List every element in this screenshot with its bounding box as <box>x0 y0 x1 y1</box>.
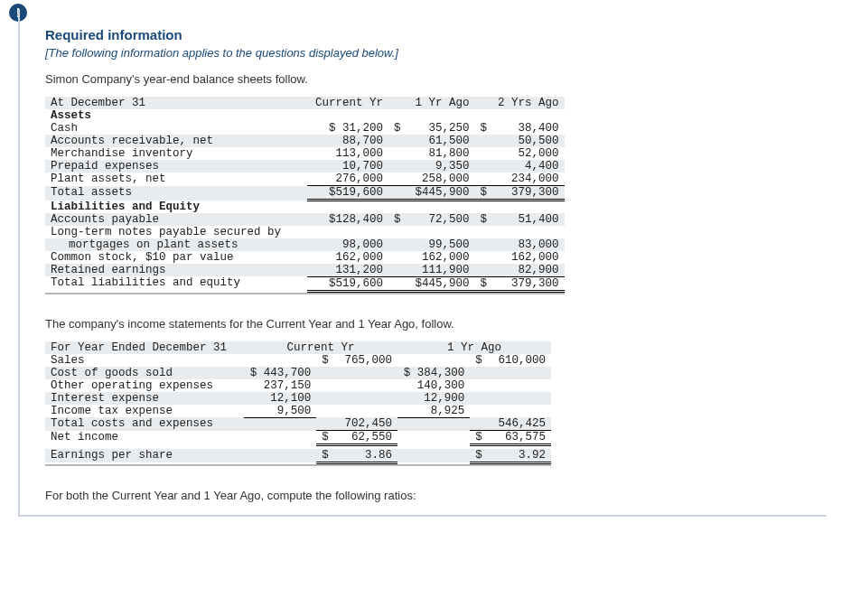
cell: 10,700 <box>307 160 388 173</box>
cell: 50,500 <box>492 135 565 147</box>
cell: 131,200 <box>307 264 388 277</box>
cell: 546,425 <box>488 417 551 431</box>
row-label: Plant assets, net <box>45 173 307 186</box>
cell: 3.92 <box>488 449 551 463</box>
cell: 12,100 <box>244 392 316 405</box>
cell: 140,300 <box>397 379 470 392</box>
cell: 702,450 <box>334 417 397 431</box>
cell: 258,000 <box>407 173 475 186</box>
row-label: Long-term notes payable secured by <box>45 226 307 238</box>
cell: 234,000 <box>492 173 565 186</box>
instruction-text: For both the Current Year and 1 Year Ago… <box>45 489 801 502</box>
cell: 52,000 <box>492 147 565 160</box>
cell: 38,400 <box>492 122 565 135</box>
cell: 162,000 <box>407 251 475 264</box>
cell: 81,800 <box>407 147 475 160</box>
cell: 88,700 <box>307 135 388 147</box>
cell: 72,500 <box>407 213 475 226</box>
cell: 379,300 <box>492 276 565 291</box>
bs-col1: Current Yr <box>307 97 388 109</box>
row-label: Retained earnings <box>45 264 307 277</box>
row-label: Total liabilities and equity <box>45 276 307 291</box>
cell: 4,400 <box>492 160 565 173</box>
cell: 379,300 <box>492 186 565 201</box>
bs-col3: 2 Yrs Ago <box>492 97 565 109</box>
cell: 113,000 <box>307 147 388 160</box>
cell: $519,600 <box>307 186 388 201</box>
cell: 276,000 <box>307 173 388 186</box>
cell: $519,600 <box>307 276 388 291</box>
row-label: Merchandise inventory <box>45 147 307 160</box>
row-label: Common stock, $10 par value <box>45 251 307 264</box>
cell: 9,500 <box>244 405 316 418</box>
cell: 237,150 <box>244 379 316 392</box>
cell: 98,000 <box>307 238 388 251</box>
cell: 8,925 <box>397 405 470 418</box>
income-statement-table: For Year Ended December 31 Current Yr 1 … <box>45 341 551 464</box>
cell: 35,250 <box>407 122 475 135</box>
cell: 62,550 <box>334 431 397 445</box>
row-label: Prepaid expenses <box>45 160 307 173</box>
cell: 82,900 <box>492 264 565 277</box>
row-label: Accounts receivable, net <box>45 135 307 147</box>
cell: 162,000 <box>307 251 388 264</box>
lead-text-2: The company's income statements for the … <box>45 317 801 331</box>
cell: 765,000 <box>334 354 397 367</box>
is-header: For Year Ended December 31 <box>45 341 244 354</box>
cell: $ 31,200 <box>307 122 388 135</box>
row-label: mortgages on plant assets <box>45 238 307 251</box>
cell: 610,000 <box>488 354 551 367</box>
row-label: Other operating expenses <box>45 379 244 392</box>
cell: 99,500 <box>407 238 475 251</box>
cell: 111,900 <box>407 264 475 277</box>
cell: $128,400 <box>307 213 388 226</box>
cell: 63,575 <box>488 431 551 445</box>
cell: 12,900 <box>397 392 470 405</box>
cell: 83,000 <box>492 238 565 251</box>
bs-header: At December 31 <box>45 97 307 109</box>
row-label: Cash <box>45 122 307 135</box>
liab-eq-header: Liabilities and Equity <box>45 201 307 213</box>
cell: $ 443,700 <box>244 367 316 379</box>
row-label: Interest expense <box>45 392 244 405</box>
balance-sheet-table: At December 31 Current Yr 1 Yr Ago 2 Yrs… <box>45 97 565 293</box>
lead-text-1: Simon Company's year-end balance sheets … <box>45 72 801 86</box>
row-label: Accounts payable <box>45 213 307 226</box>
cell: 61,500 <box>407 135 475 147</box>
is-col2: 1 Yr Ago <box>397 341 551 354</box>
row-label: Total costs and expenses <box>45 417 244 431</box>
is-col1: Current Yr <box>244 341 397 354</box>
panel-title: Required information <box>45 27 801 42</box>
intro-text: [The following information applies to th… <box>45 46 801 60</box>
cell: 162,000 <box>492 251 565 264</box>
cell: $445,900 <box>407 276 475 291</box>
row-label: Total assets <box>45 186 307 201</box>
bs-col2: 1 Yr Ago <box>407 97 475 109</box>
cell: $ 384,300 <box>397 367 470 379</box>
cell: $445,900 <box>407 186 475 201</box>
problem-panel: Required information [The following info… <box>18 9 827 517</box>
row-label: Cost of goods sold <box>45 367 244 379</box>
assets-header: Assets <box>45 109 307 122</box>
row-label: Net income <box>45 431 244 445</box>
cell: 9,350 <box>407 160 475 173</box>
row-label: Earnings per share <box>45 449 244 463</box>
row-label: Income tax expense <box>45 405 244 418</box>
cell: 3.86 <box>334 449 397 463</box>
row-label: Sales <box>45 354 244 367</box>
cell: 51,400 <box>492 213 565 226</box>
